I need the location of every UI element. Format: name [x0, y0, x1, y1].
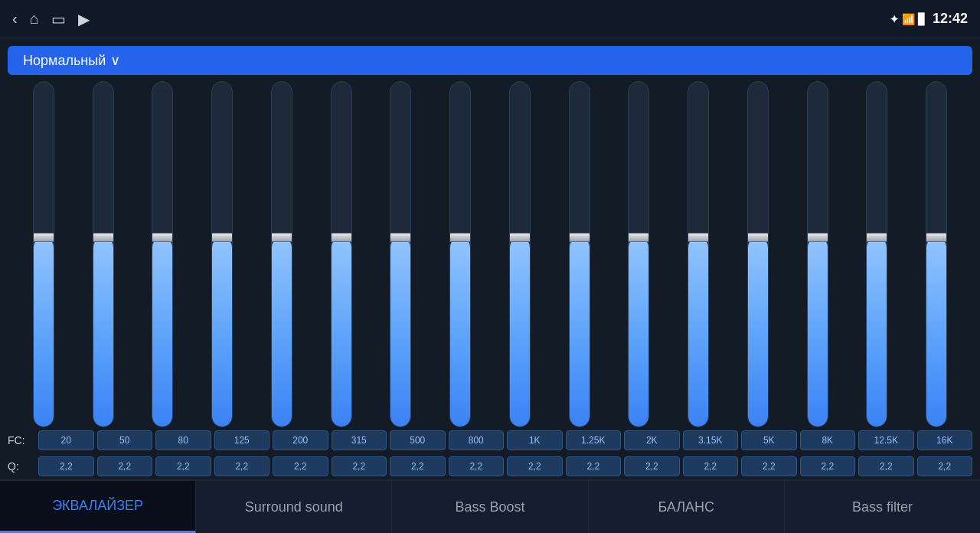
slider-thumb-8[interactable] — [509, 233, 531, 242]
fc-btn-1[interactable]: 50 — [97, 430, 153, 450]
status-icons: ✦ 📶 ▊ — [890, 13, 926, 25]
signal-icon: ▊ — [918, 13, 926, 25]
status-bar: ‹ ⌂ ▭ ▶ ✦ 📶 ▊ 12:42 — [0, 0, 980, 38]
slider-track-7[interactable] — [449, 81, 471, 427]
clock: 12:42 — [933, 11, 968, 27]
fc-btn-7[interactable]: 800 — [449, 430, 505, 450]
slider-thumb-15[interactable] — [926, 233, 947, 242]
slider-track-12[interactable] — [747, 81, 769, 427]
slider-track-2[interactable] — [152, 81, 173, 427]
home-icon[interactable]: ⌂ — [30, 10, 39, 28]
fc-btn-4[interactable]: 200 — [273, 430, 328, 450]
fc-btn-9[interactable]: 1.25K — [566, 430, 622, 450]
slider-thumb-6[interactable] — [390, 233, 411, 242]
slider-thumb-12[interactable] — [747, 233, 769, 242]
slider-track-5[interactable] — [331, 81, 352, 427]
slider-band-9 — [551, 81, 608, 427]
nav-buttons: ‹ ⌂ ▭ ▶ — [12, 10, 90, 28]
slider-track-0[interactable] — [33, 81, 54, 427]
q-btn-9[interactable]: 2,2 — [566, 456, 622, 476]
preset-button[interactable]: Нормальный ∨ — [8, 46, 972, 75]
fc-btn-5[interactable]: 315 — [332, 430, 387, 450]
q-btn-8[interactable]: 2,2 — [507, 456, 563, 476]
q-btn-3[interactable]: 2,2 — [214, 456, 270, 476]
fc-btn-14[interactable]: 12.5K — [858, 430, 914, 450]
q-btn-5[interactable]: 2,2 — [332, 456, 387, 476]
slider-band-13 — [789, 81, 846, 427]
slider-thumb-2[interactable] — [152, 233, 173, 242]
status-right: ✦ 📶 ▊ 12:42 — [890, 11, 968, 27]
sliders-container — [8, 81, 972, 427]
slider-thumb-4[interactable] — [271, 233, 292, 242]
slider-track-14[interactable] — [866, 81, 887, 427]
slider-thumb-13[interactable] — [807, 233, 828, 242]
fc-btn-10[interactable]: 2K — [624, 430, 680, 450]
slider-thumb-5[interactable] — [331, 233, 352, 242]
slider-band-5 — [313, 81, 370, 427]
tab-balance[interactable]: БАЛАНС — [589, 481, 785, 533]
slider-track-8[interactable] — [509, 81, 531, 427]
slider-track-15[interactable] — [926, 81, 947, 427]
slider-thumb-14[interactable] — [866, 233, 887, 242]
slider-track-11[interactable] — [688, 81, 709, 427]
back-icon[interactable]: ‹ — [12, 10, 18, 28]
slider-thumb-3[interactable] — [211, 233, 233, 242]
fc-btn-8[interactable]: 1K — [507, 430, 563, 450]
q-buttons: 2,22,22,22,22,22,22,22,22,22,22,22,22,22… — [38, 456, 972, 476]
q-btn-4[interactable]: 2,2 — [273, 456, 328, 476]
window-icon[interactable]: ▭ — [51, 10, 66, 28]
slider-thumb-7[interactable] — [449, 233, 471, 242]
q-btn-15[interactable]: 2,2 — [917, 456, 973, 476]
slider-band-15 — [908, 81, 965, 427]
slider-track-4[interactable] — [271, 81, 292, 427]
q-btn-1[interactable]: 2,2 — [97, 456, 153, 476]
q-label: Q: — [8, 460, 38, 473]
slider-track-6[interactable] — [390, 81, 411, 427]
fc-btn-11[interactable]: 3.15K — [683, 430, 739, 450]
fc-row: FC: 2050801252003155008001K1.25K2K3.15K5… — [8, 427, 972, 453]
slider-band-0 — [15, 81, 72, 427]
slider-band-11 — [670, 81, 727, 427]
chevron-down-icon: ∨ — [110, 52, 120, 69]
slider-thumb-11[interactable] — [688, 233, 709, 242]
fc-btn-12[interactable]: 5K — [741, 430, 797, 450]
fc-btn-3[interactable]: 125 — [214, 430, 270, 450]
q-btn-12[interactable]: 2,2 — [741, 456, 797, 476]
fc-btn-15[interactable]: 16K — [917, 430, 973, 450]
slider-thumb-1[interactable] — [93, 233, 114, 242]
fc-btn-6[interactable]: 500 — [390, 430, 446, 450]
play-icon[interactable]: ▶ — [78, 10, 90, 28]
tab-eq[interactable]: ЭКВАЛАЙЗЕР — [0, 481, 196, 533]
slider-band-14 — [849, 81, 906, 427]
slider-band-1 — [75, 81, 132, 427]
tab-filter[interactable]: Bass filter — [785, 481, 980, 533]
wifi-icon: 📶 — [902, 13, 915, 25]
q-btn-2[interactable]: 2,2 — [155, 456, 211, 476]
slider-band-12 — [730, 81, 786, 427]
q-btn-7[interactable]: 2,2 — [449, 456, 505, 476]
q-btn-10[interactable]: 2,2 — [624, 456, 680, 476]
q-btn-0[interactable]: 2,2 — [38, 456, 94, 476]
q-btn-6[interactable]: 2,2 — [390, 456, 446, 476]
tab-bass[interactable]: Bass Boost — [392, 481, 588, 533]
fc-btn-2[interactable]: 80 — [155, 430, 211, 450]
q-btn-14[interactable]: 2,2 — [858, 456, 914, 476]
slider-band-6 — [373, 81, 430, 427]
q-btn-13[interactable]: 2,2 — [800, 456, 856, 476]
slider-track-9[interactable] — [569, 81, 590, 427]
tab-surround[interactable]: Surround sound — [196, 481, 392, 533]
slider-band-7 — [432, 81, 488, 427]
slider-band-4 — [253, 81, 310, 427]
slider-track-10[interactable] — [628, 81, 649, 427]
slider-thumb-0[interactable] — [33, 233, 54, 242]
slider-track-13[interactable] — [807, 81, 828, 427]
fc-btn-13[interactable]: 8K — [800, 430, 856, 450]
slider-band-2 — [135, 81, 191, 427]
slider-track-3[interactable] — [211, 81, 233, 427]
slider-thumb-10[interactable] — [628, 233, 649, 242]
q-btn-11[interactable]: 2,2 — [683, 456, 739, 476]
fc-btn-0[interactable]: 20 — [38, 430, 94, 450]
slider-thumb-9[interactable] — [569, 233, 590, 242]
fc-label: FC: — [8, 434, 38, 446]
slider-track-1[interactable] — [93, 81, 114, 427]
